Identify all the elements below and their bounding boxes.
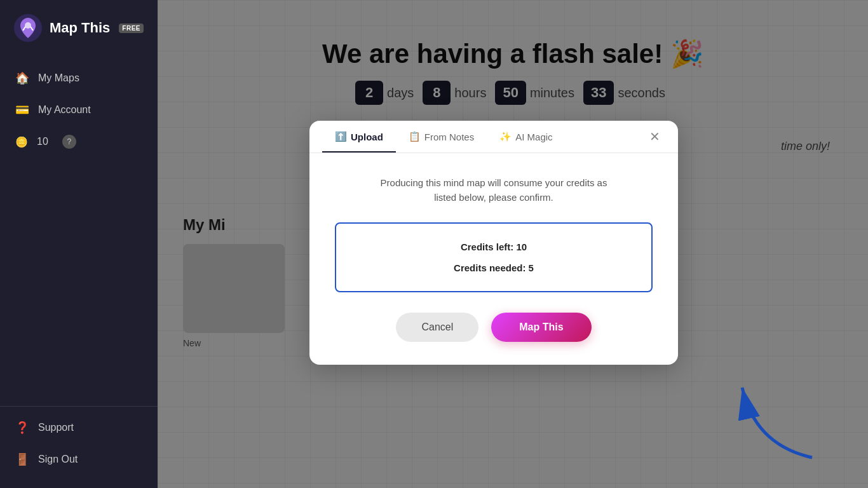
sidebar-item-label: My Maps (38, 72, 79, 84)
sidebar: Map This FREE 🏠 My Maps 💳 My Account 🪙 1… (0, 0, 158, 488)
sidebar-item-support[interactable]: ❓ Support (0, 412, 158, 444)
credits-left-row: Credits left: 10 (355, 236, 632, 257)
home-icon: 🏠 (15, 71, 29, 85)
modal-tabs: ⬆️ Upload 📋 From Notes ✨ AI Magic ✕ (309, 121, 678, 153)
tab-upload[interactable]: ⬆️ Upload (322, 121, 396, 152)
map-this-button[interactable]: Map This (491, 313, 591, 342)
coins-icon: 🪙 (15, 136, 28, 148)
cancel-button[interactable]: Cancel (396, 313, 478, 342)
tab-from-notes[interactable]: 📋 From Notes (396, 121, 487, 152)
credits-needed-row: Credits needed: 5 (355, 257, 632, 278)
modal-description: Producing this mind map will consume you… (335, 176, 653, 205)
notes-icon: 📋 (409, 131, 421, 142)
free-badge: FREE (119, 24, 144, 33)
sidebar-item-label: Support (38, 422, 74, 433)
sidebar-item-label: My Account (38, 104, 91, 116)
modal-body: Producing this mind map will consume you… (309, 153, 678, 365)
modal-actions: Cancel Map This (335, 313, 653, 342)
credits-needed-value: 5 (529, 262, 534, 273)
logo-text: Map This (50, 20, 110, 36)
sign-out-icon: 🚪 (15, 452, 29, 466)
account-icon: 💳 (15, 103, 29, 117)
svg-point-1 (25, 22, 31, 29)
modal-close-button[interactable]: ✕ (644, 124, 665, 149)
sidebar-bottom: ❓ Support 🚪 Sign Out (0, 412, 158, 488)
modal-dialog: ⬆️ Upload 📋 From Notes ✨ AI Magic ✕ Prod… (309, 121, 678, 365)
credits-left-value: 10 (516, 241, 527, 252)
sidebar-nav: 🏠 My Maps 💳 My Account 🪙 10 ? (0, 56, 158, 401)
upload-icon: ⬆️ (335, 131, 347, 142)
logo-area: Map This FREE (0, 0, 158, 56)
credits-area: 🪙 10 ? (0, 126, 158, 158)
sidebar-item-my-account[interactable]: 💳 My Account (0, 94, 158, 126)
sidebar-item-sign-out[interactable]: 🚪 Sign Out (0, 444, 158, 475)
credits-info-box: Credits left: 10 Credits needed: 5 (335, 222, 653, 292)
ai-magic-icon: ✨ (499, 131, 512, 142)
sidebar-divider (0, 406, 158, 407)
help-icon[interactable]: ? (62, 135, 76, 149)
sidebar-item-label: Sign Out (38, 454, 78, 465)
credits-value: 10 (37, 136, 48, 147)
main-content: We are having a flash sale! 🎉 2 days 8 h… (158, 0, 868, 488)
support-icon: ❓ (15, 421, 29, 435)
logo-icon (13, 13, 43, 43)
tab-ai-magic[interactable]: ✨ AI Magic (487, 121, 565, 152)
sidebar-item-my-maps[interactable]: 🏠 My Maps (0, 62, 158, 94)
